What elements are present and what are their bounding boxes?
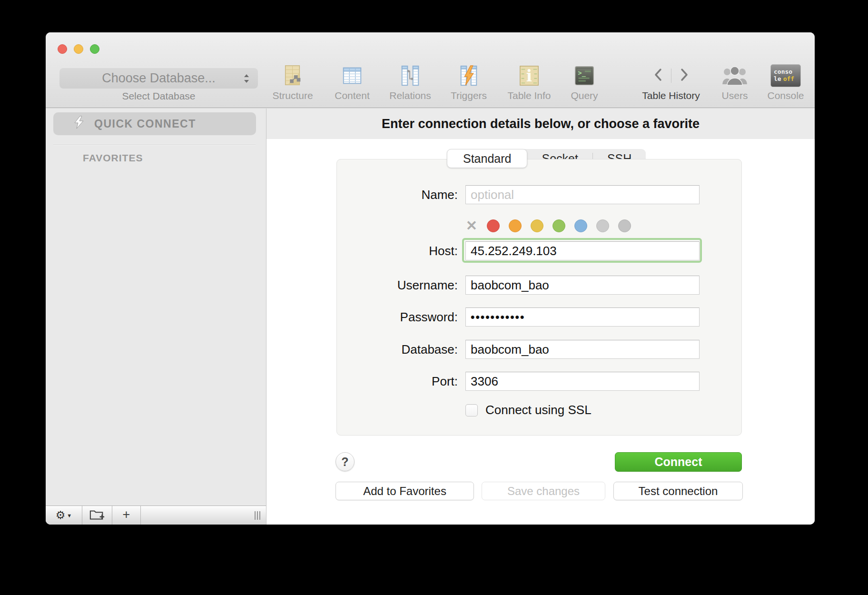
table-info-icon: i bbox=[501, 63, 558, 89]
minimize-button[interactable] bbox=[74, 44, 83, 54]
port-label: Port: bbox=[339, 372, 458, 391]
toolbar-item-label: Console bbox=[757, 90, 814, 101]
name-label: Name: bbox=[339, 185, 458, 204]
gear-icon: ⚙ bbox=[56, 510, 66, 521]
sidebar-item-quick-connect[interactable]: QUICK CONNECT bbox=[53, 112, 256, 135]
help-button[interactable]: ? bbox=[335, 452, 355, 471]
connection-window: Choose Database... Select Database bbox=[46, 32, 815, 525]
toolbar-item-triggers[interactable]: Triggers bbox=[440, 63, 497, 101]
color-dot-yellow[interactable] bbox=[531, 219, 543, 232]
window-controls bbox=[58, 44, 99, 54]
color-dot-green[interactable] bbox=[552, 219, 565, 232]
username-label: Username: bbox=[339, 276, 458, 295]
port-input[interactable] bbox=[465, 372, 700, 391]
connect-button[interactable]: Connect bbox=[615, 452, 742, 472]
color-dot-red[interactable] bbox=[487, 219, 500, 232]
plus-icon: + bbox=[123, 507, 130, 522]
toolbar-item-label: Relations bbox=[382, 90, 439, 101]
sidebar-footer: ⚙ ▼ + bbox=[46, 506, 266, 525]
updown-chevron-icon bbox=[243, 72, 250, 88]
username-input[interactable] bbox=[465, 276, 700, 295]
history-forward-button[interactable] bbox=[678, 67, 690, 84]
caret-down-icon: ▼ bbox=[67, 513, 72, 518]
zoom-button[interactable] bbox=[90, 44, 99, 54]
password-label: Password: bbox=[339, 307, 458, 327]
quick-connect-label: QUICK CONNECT bbox=[94, 118, 196, 130]
favorites-heading: FAVORITES bbox=[83, 152, 143, 164]
port-row: Port: bbox=[337, 372, 741, 391]
color-dot-gray-light[interactable] bbox=[596, 219, 609, 232]
toolbar-item-label: Triggers bbox=[440, 90, 497, 101]
add-favorite-button[interactable]: + bbox=[112, 506, 141, 525]
folder-plus-icon bbox=[89, 508, 105, 523]
save-changes-button: Save changes bbox=[482, 482, 605, 500]
close-button[interactable] bbox=[58, 44, 67, 54]
toolbar-item-label: Table History bbox=[633, 90, 709, 101]
username-row: Username: bbox=[337, 276, 741, 295]
toolbar-item-users[interactable]: Users bbox=[706, 63, 763, 101]
name-row: Name: bbox=[337, 185, 741, 204]
color-dot-orange[interactable] bbox=[509, 219, 522, 232]
ssl-label: Connect using SSL bbox=[485, 403, 592, 417]
toolbar-item-label: Users bbox=[706, 90, 763, 101]
toolbar: Choose Database... Select Database bbox=[46, 32, 815, 108]
toolbar-item-table-history: Table History bbox=[633, 63, 709, 101]
connection-panel: Enter connection details below, or choos… bbox=[266, 109, 815, 525]
host-input[interactable] bbox=[465, 241, 700, 260]
console-icon-text: leoff bbox=[774, 76, 794, 83]
lightning-bolt-icon bbox=[73, 116, 85, 132]
toolbar-item-structure[interactable]: Structure bbox=[264, 63, 321, 101]
host-label: Host: bbox=[339, 241, 458, 260]
add-folder-button[interactable] bbox=[82, 506, 112, 525]
svg-text:>_: >_ bbox=[578, 69, 586, 77]
history-divider bbox=[671, 69, 671, 83]
toolbar-item-label: Query bbox=[556, 90, 613, 101]
connection-form: Name: ✕ Host: bbox=[336, 159, 742, 436]
favorites-sidebar: QUICK CONNECT FAVORITES ⚙ ▼ + bbox=[46, 109, 266, 525]
triggers-icon bbox=[440, 63, 497, 89]
add-to-favorites-button[interactable]: Add to Favorites bbox=[335, 482, 474, 500]
color-dot-blue[interactable] bbox=[574, 219, 587, 232]
content-icon bbox=[324, 63, 381, 89]
password-row: Password: bbox=[337, 307, 741, 327]
toolbar-item-label: Structure bbox=[264, 90, 321, 101]
actions-menu-button[interactable]: ⚙ ▼ bbox=[46, 506, 82, 525]
choose-database-label: Choose Database... bbox=[102, 71, 216, 86]
clear-color-button[interactable]: ✕ bbox=[465, 219, 478, 232]
resize-grip[interactable] bbox=[255, 511, 260, 520]
query-icon: >_ bbox=[556, 63, 613, 89]
toolbar-item-label: Table Info bbox=[501, 90, 558, 101]
toolbar-item-content[interactable]: Content bbox=[324, 63, 381, 101]
toolbar-item-query[interactable]: >_ Query bbox=[556, 63, 613, 101]
favorite-color-picker: ✕ bbox=[465, 219, 631, 232]
users-icon bbox=[706, 63, 763, 89]
toolbar-item-relations[interactable]: Relations bbox=[382, 63, 439, 101]
console-icon: conso leoff bbox=[770, 64, 801, 87]
tab-standard[interactable]: Standard bbox=[447, 149, 527, 168]
connection-header: Enter connection details below, or choos… bbox=[266, 109, 815, 139]
history-back-button[interactable] bbox=[652, 67, 664, 84]
toolbar-item-label: Content bbox=[324, 90, 381, 101]
color-dot-gray[interactable] bbox=[618, 219, 631, 232]
sidebar-divider bbox=[53, 145, 256, 145]
console-icon-text: conso bbox=[774, 69, 792, 76]
select-database-caption: Select Database bbox=[59, 90, 258, 102]
database-label: Database: bbox=[339, 340, 458, 359]
database-input[interactable] bbox=[465, 340, 700, 359]
password-input[interactable] bbox=[465, 307, 700, 327]
choose-database-dropdown[interactable]: Choose Database... bbox=[59, 68, 258, 89]
sidebar-footer-spacer bbox=[141, 506, 266, 525]
svg-text:i: i bbox=[526, 67, 532, 85]
test-connection-button[interactable]: Test connection bbox=[613, 482, 743, 500]
ssl-row: Connect using SSL bbox=[465, 403, 592, 417]
structure-icon bbox=[264, 63, 321, 89]
toolbar-item-table-info[interactable]: i Table Info bbox=[501, 63, 558, 101]
relations-icon bbox=[382, 63, 439, 89]
name-input[interactable] bbox=[465, 185, 700, 204]
database-row: Database: bbox=[337, 340, 741, 359]
toolbar-item-console[interactable]: conso leoff Console bbox=[757, 63, 814, 101]
host-row: Host: bbox=[337, 241, 741, 260]
ssl-checkbox[interactable] bbox=[465, 404, 478, 416]
